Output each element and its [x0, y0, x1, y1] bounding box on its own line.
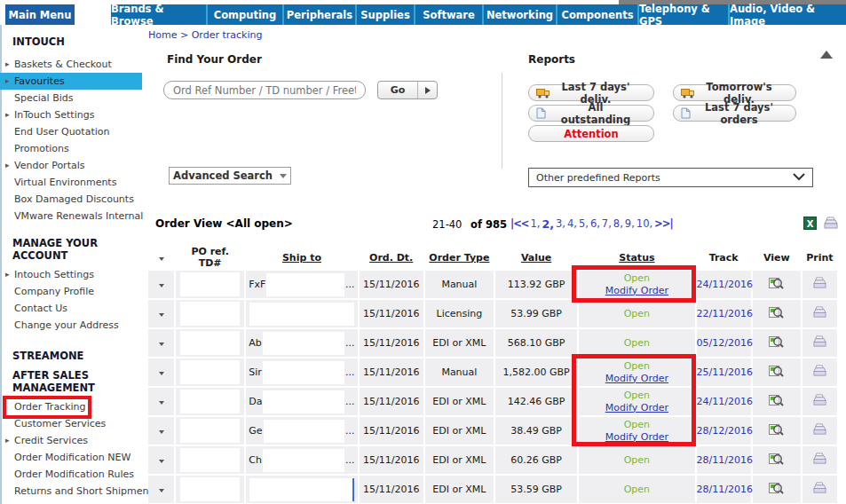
- sidebar-item-customer-services[interactable]: Customer Services: [2, 415, 142, 432]
- sidebar-item-favourites[interactable]: Favourites: [0, 73, 142, 90]
- advanced-search-button[interactable]: Advanced Search: [169, 167, 291, 185]
- breadcrumb-home-link[interactable]: Home: [148, 29, 177, 41]
- sidebar-item-promotions[interactable]: Promotions: [2, 140, 142, 157]
- print-icon[interactable]: [812, 482, 827, 497]
- last7-orders-button[interactable]: Last 7 days' orders: [673, 105, 796, 122]
- row-expand-arrow[interactable]: [148, 300, 174, 327]
- track-date[interactable]: 28/11/2016: [697, 446, 751, 474]
- view-order-icon[interactable]: [769, 306, 784, 321]
- last7-deliveries-button[interactable]: Last 7 days' deliv.: [528, 84, 654, 101]
- track-date[interactable]: 28/12/2016: [697, 417, 751, 445]
- nav-audio-video-image[interactable]: Audio, Video & Image: [728, 4, 846, 25]
- sidebar-item-intouch-settings[interactable]: InTouch Settings: [2, 106, 142, 123]
- view-order-icon[interactable]: [769, 335, 784, 350]
- modify-order-link[interactable]: Modify Order: [605, 431, 668, 444]
- sidebar-item-company-profile[interactable]: Company Profile: [2, 283, 142, 300]
- page-link-7[interactable]: 7,: [602, 217, 612, 231]
- track-date[interactable]: 05/12/2016: [697, 329, 751, 357]
- predefined-reports-select[interactable]: Other predefined Reports: [528, 168, 813, 187]
- track-date[interactable]: 25/11/2016: [697, 358, 751, 386]
- print-icon[interactable]: [812, 453, 827, 468]
- track-date[interactable]: 28/11/2016: [697, 476, 751, 503]
- nav-brands-browse[interactable]: Brands & Browse: [111, 4, 206, 25]
- page-link-8[interactable]: 8,: [613, 217, 623, 231]
- view-order-icon[interactable]: [769, 394, 784, 409]
- go-button-group[interactable]: Go: [377, 81, 438, 99]
- sidebar-item-vendor-portals[interactable]: Vendor Portals: [2, 157, 142, 174]
- track-date[interactable]: 24/11/2016: [697, 388, 751, 415]
- sidebar-item-box-damaged-discounts[interactable]: Box Damaged Discounts: [2, 191, 142, 208]
- tomorrow-deliveries-button[interactable]: Tomorrow's deliv.: [673, 84, 796, 101]
- page-link-1[interactable]: 1,: [530, 217, 540, 231]
- attention-button[interactable]: Attention: [528, 125, 654, 142]
- nav-telephony-gps[interactable]: Telephony & GPS: [637, 4, 728, 25]
- sidebar-item-returns-short-shipments[interactable]: Returns and Short Shipments: [2, 483, 142, 500]
- sidebar-item-end-user-quotation[interactable]: End User Quotation: [2, 123, 142, 140]
- print-icon[interactable]: [812, 423, 827, 438]
- collapse-panel-icon[interactable]: [820, 51, 833, 59]
- modify-order-link[interactable]: Modify Order: [605, 285, 668, 297]
- first-page-control[interactable]: |<<: [510, 217, 528, 231]
- row-expand-arrow[interactable]: [148, 446, 174, 474]
- sidebar-item-order-tracking[interactable]: Order Tracking: [2, 398, 142, 415]
- page-link-10[interactable]: 10,: [636, 217, 652, 231]
- status-cell: Open: [579, 446, 694, 474]
- print-icon[interactable]: [812, 335, 827, 350]
- modify-order-link[interactable]: Modify Order: [605, 373, 668, 385]
- go-button[interactable]: Go: [378, 82, 417, 98]
- sidebar-item-special-bids[interactable]: Special Bids: [2, 90, 142, 106]
- nav-components[interactable]: Components: [556, 4, 637, 25]
- nav-peripherals[interactable]: Peripherals: [282, 4, 355, 25]
- page-link-5[interactable]: 5,: [579, 217, 589, 231]
- row-expand-arrow[interactable]: [148, 358, 174, 386]
- sidebar-item-virtual-environments[interactable]: Virtual Environments: [2, 174, 142, 191]
- row-expand-arrow[interactable]: [148, 417, 174, 445]
- sidebar-item-vmware-renewals[interactable]: VMware Renewals Internal: [2, 208, 142, 224]
- main-menu-button[interactable]: Main Menu: [5, 4, 75, 25]
- nav-computing[interactable]: Computing: [206, 4, 282, 25]
- redacted-block: [180, 331, 239, 355]
- view-order-icon[interactable]: [769, 277, 784, 292]
- sidebar-item-baskets-checkout[interactable]: Baskets & Checkout: [2, 56, 142, 73]
- sidebar-item-credit-services[interactable]: Credit Services: [2, 432, 142, 449]
- order-search-input[interactable]: [163, 81, 366, 99]
- sidebar-item-contact-us[interactable]: Contact Us: [2, 300, 142, 317]
- print-icon[interactable]: [812, 394, 827, 409]
- view-order-icon[interactable]: [769, 423, 784, 438]
- chevron-down-icon: [159, 430, 164, 434]
- go-options-button[interactable]: [417, 82, 437, 98]
- page-link-3[interactable]: 3,: [556, 217, 565, 231]
- track-date[interactable]: 24/11/2016: [697, 271, 751, 298]
- print-icon[interactable]: [812, 277, 827, 292]
- printer-icon[interactable]: [823, 217, 839, 232]
- last-page-control[interactable]: >>|: [654, 217, 672, 231]
- nav-networking[interactable]: Networking: [482, 4, 556, 25]
- page-link-6[interactable]: 6,: [590, 217, 600, 231]
- sidebar-item-intouch-settings-2[interactable]: Intouch Settings: [2, 266, 142, 283]
- row-expand-arrow[interactable]: [148, 271, 174, 298]
- page-link-2-current[interactable]: 2,: [542, 217, 553, 231]
- nav-software[interactable]: Software: [414, 4, 482, 25]
- sidebar-item-order-modification-new[interactable]: Order Modification NEW: [2, 449, 142, 466]
- page-link-9[interactable]: 9,: [625, 217, 635, 231]
- header-expand-col[interactable]: [148, 246, 174, 269]
- sidebar-item-order-modification-rules[interactable]: Order Modification Rules: [2, 466, 142, 483]
- print-icon[interactable]: [812, 365, 827, 380]
- breadcrumb-current[interactable]: Order tracking: [192, 29, 263, 41]
- sidebar-item-change-address[interactable]: Change your Address: [2, 317, 142, 334]
- row-expand-arrow[interactable]: [148, 388, 174, 415]
- view-order-icon[interactable]: [769, 365, 784, 380]
- modify-order-link[interactable]: Modify Order: [605, 402, 668, 414]
- print-icon[interactable]: [812, 306, 827, 321]
- all-outstanding-button[interactable]: All outstanding: [528, 105, 654, 122]
- row-expand-arrow[interactable]: [148, 476, 174, 503]
- sidebar-section-streamone[interactable]: STREAMONE: [2, 350, 126, 362]
- view-order-icon[interactable]: [769, 482, 784, 497]
- track-date[interactable]: 22/11/2016: [697, 300, 751, 327]
- nav-supplies[interactable]: Supplies: [355, 4, 414, 25]
- row-expand-arrow[interactable]: [148, 329, 174, 357]
- order-type-cell: Manual: [425, 358, 494, 386]
- page-link-4[interactable]: 4,: [567, 217, 577, 231]
- excel-export-icon[interactable]: X: [803, 217, 817, 232]
- view-order-icon[interactable]: [769, 453, 784, 468]
